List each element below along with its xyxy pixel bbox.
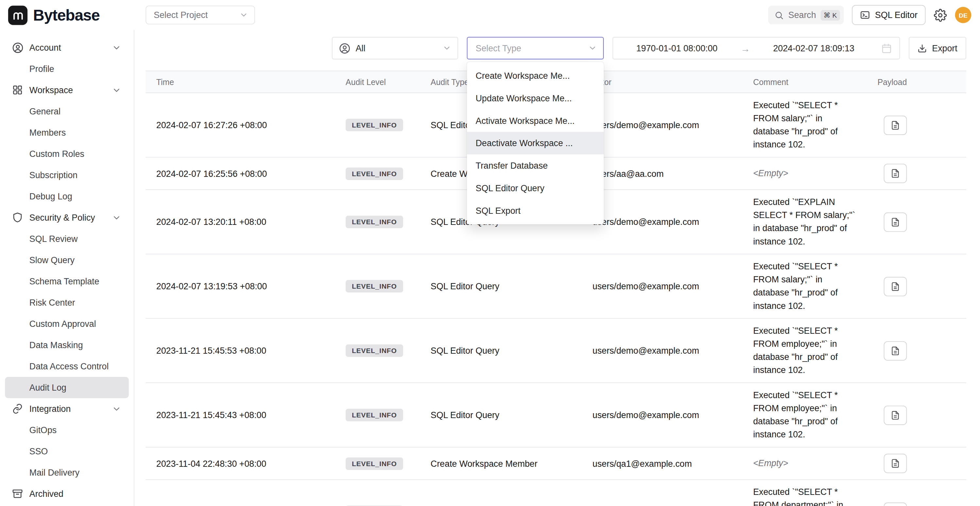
project-select[interactable]: Select Project [145,6,255,24]
sidebar-item-integration[interactable]: Integration [5,398,129,419]
audit-type: SQL Editor Query [420,281,582,291]
brand-name: Bytebase [33,6,99,24]
payload-cell [867,115,966,135]
search-input[interactable]: Search ⌘ K [768,6,844,24]
sidebar-item-risk-center[interactable]: Risk Center [5,292,129,313]
payload-view-button[interactable] [884,502,907,506]
payload-cell [867,341,966,360]
payload-view-button[interactable] [884,277,907,296]
audit-comment: Executed `"SELECT * FROM employee;"` in … [742,389,867,441]
filter-bar: All Select Type Create Workspace Me... [145,37,966,59]
payload-view-button[interactable] [884,164,907,183]
audit-level-badge: LEVEL_INFO [345,457,403,470]
sidebar-item-mail-delivery[interactable]: Mail Delivery [5,462,129,483]
export-button[interactable]: Export [909,37,966,59]
dropdown-option[interactable]: Create Workspace Me... [467,64,604,87]
chevron-down-icon [112,404,121,414]
audit-actor: users/demo@example.com [582,281,742,291]
audit-actor: users/demo@example.com [582,410,742,420]
sidebar-item-workspace[interactable]: Workspace [5,80,129,101]
sidebar-item-data-access-control[interactable]: Data Access Control [5,356,129,377]
audit-time: 2024-02-07 13:20:11 +08:00 [145,217,335,227]
payload-view-button[interactable] [884,341,907,360]
audit-log-main: All Select Type Create Workspace Me... [134,30,980,506]
column-header-payload: Payload [867,77,966,87]
sidebar-item-audit-log[interactable]: Audit Log [5,377,129,398]
sidebar-item-subscription[interactable]: Subscription [5,164,129,186]
audit-time: 2024-02-07 16:25:56 +08:00 [145,168,335,178]
payload-view-button[interactable] [884,115,907,135]
avatar[interactable]: DE [955,7,972,23]
sql-editor-label: SQL Editor [875,10,918,20]
payload-view-button[interactable] [884,405,907,425]
audit-time: 2023-11-21 15:45:43 +08:00 [145,410,335,420]
payload-cell [867,454,966,473]
calendar-icon [881,43,892,54]
sidebar-item-custom-roles[interactable]: Custom Roles [5,143,129,164]
audit-type: SQL Editor Query [420,345,582,356]
table-row: 2024-02-07 13:19:53 +08:00 LEVEL_INFO SQ… [145,254,966,319]
audit-comment: Executed `"SELECT * FROM salary;"` in da… [742,99,867,151]
audit-level-cell: LEVEL_INFO [335,457,420,470]
audit-level-badge: LEVEL_INFO [345,119,403,131]
dropdown-option[interactable]: SQL Export [467,199,604,222]
dropdown-option[interactable]: Activate Workspace Me... [467,110,604,132]
audit-comment: Executed `"SELECT * FROM department;"` i… [742,486,867,506]
sidebar-item-gitops[interactable]: GitOps [5,419,129,441]
sidebar-item-security-policy[interactable]: Security & Policy [5,207,129,228]
search-icon [775,10,784,20]
column-header-comment: Comment [742,77,867,87]
payload-view-button[interactable] [884,212,907,231]
audit-actor: users/demo@example.com [582,345,742,356]
workspace-grid-icon [11,84,24,96]
download-icon [918,43,927,53]
chevron-down-icon [112,43,121,52]
dropdown-option[interactable]: Deactivate Workspace ... [467,132,604,154]
chevron-down-icon [112,85,121,95]
actor-filter-select[interactable]: All [332,37,458,59]
arrow-right-icon: → [741,43,750,54]
audit-comment: Executed `"SELECT * FROM employee;"` in … [742,324,867,377]
audit-comment: <Empty> [742,167,867,180]
audit-comment: Executed `"EXPLAIN SELECT * FROM salary;… [742,196,867,248]
chevron-down-icon [239,11,248,20]
column-header-actor: Actor [582,77,742,87]
dropdown-option[interactable]: Update Workspace Me... [467,87,604,110]
date-range-picker[interactable]: 1970-01-01 08:00:00 → 2024-02-07 18:09:1… [612,37,900,59]
sidebar-item-profile[interactable]: Profile [5,58,129,80]
payload-view-button[interactable] [884,454,907,473]
settings-gear-icon[interactable] [934,8,947,22]
dropdown-option[interactable]: SQL Editor Query [467,177,604,199]
topbar-right: Search ⌘ K SQL Editor DE [768,5,980,25]
audit-level-cell: LEVEL_INFO [335,345,420,357]
audit-level-cell: LEVEL_INFO [335,280,420,293]
sidebar-item-schema-template[interactable]: Schema Template [5,271,129,292]
audit-type: SQL Editor Query [420,410,582,420]
sidebar-item-debug-log[interactable]: Debug Log [5,186,129,207]
project-select-label: Select Project [154,10,208,20]
dropdown-option[interactable]: Transfer Database [467,154,604,177]
table-row: 2023-11-04 22:48:30 +08:00 LEVEL_INFO Cr… [145,447,966,480]
bytebase-logo-icon [8,5,27,24]
type-filter-select[interactable]: Select Type Create Workspace Me... Updat… [467,37,604,59]
sidebar-item-sql-review[interactable]: SQL Review [5,228,129,250]
user-circle-icon [11,41,24,54]
sidebar-item-account[interactable]: Account [5,37,129,58]
column-header-time: Time [145,77,335,87]
sidebar-item-custom-approval[interactable]: Custom Approval [5,313,129,334]
user-circle-icon [339,42,350,54]
sidebar-item-general[interactable]: General [5,101,129,122]
sidebar-item-archived[interactable]: Archived [5,483,129,504]
actor-filter-value: All [356,43,366,53]
audit-level-badge: LEVEL_INFO [345,409,403,421]
audit-time: 2023-11-04 22:48:30 +08:00 [145,458,335,468]
sql-editor-button[interactable]: SQL Editor [852,5,926,25]
payload-cell [867,405,966,425]
sidebar-item-slow-query[interactable]: Slow Query [5,250,129,271]
payload-cell [867,164,966,183]
export-label: Export [932,43,957,53]
sidebar-item-sso[interactable]: SSO [5,441,129,462]
sidebar-item-members[interactable]: Members [5,122,129,143]
sidebar-item-data-masking[interactable]: Data Masking [5,334,129,356]
audit-level-badge: LEVEL_INFO [345,216,403,228]
